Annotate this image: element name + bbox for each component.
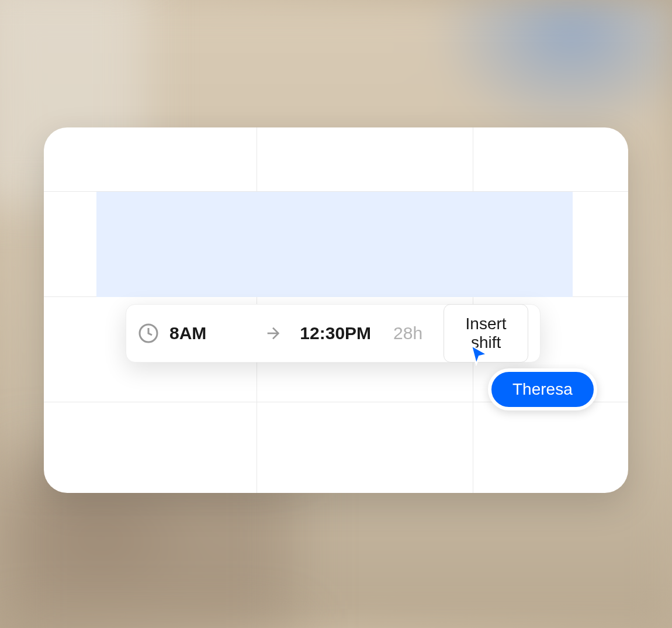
- collaborator-cursor-icon: [467, 343, 491, 366]
- shift-selection-block[interactable]: [96, 192, 573, 297]
- clock-icon: [138, 323, 159, 344]
- shift-end-time[interactable]: 12:30PM: [300, 323, 371, 343]
- grid-cell[interactable]: [473, 402, 628, 493]
- shift-duration: 28h: [393, 323, 422, 343]
- schedule-card: 8AM 12:30PM 28h Insert shift: [44, 127, 628, 493]
- grid-cell[interactable]: [257, 127, 473, 192]
- grid-cell[interactable]: [44, 127, 257, 192]
- arrow-right-icon: [264, 324, 282, 343]
- collaborator-name: Theresa: [512, 380, 573, 398]
- grid-cell[interactable]: [473, 127, 628, 192]
- collaborator-badge: Theresa: [488, 368, 597, 410]
- shift-start-time[interactable]: 8AM: [169, 323, 206, 343]
- grid-cell[interactable]: [44, 402, 257, 493]
- grid-cell[interactable]: [257, 402, 473, 493]
